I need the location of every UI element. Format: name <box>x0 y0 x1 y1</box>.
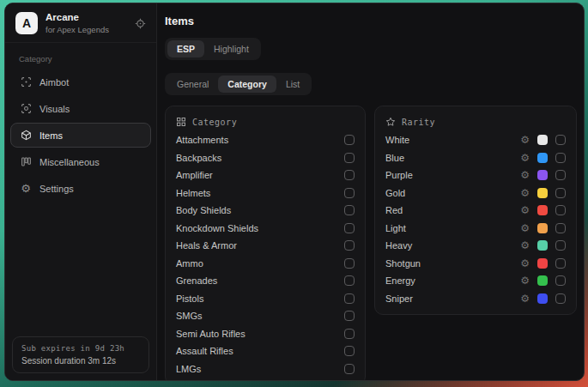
app-window: A Arcane for Apex Legends Category <box>4 3 585 381</box>
rarity-list: White ⚙ Blue ⚙ <box>385 131 566 307</box>
rarity-checkbox[interactable] <box>555 275 566 286</box>
sidebar-item-settings[interactable]: ⚙ Settings <box>10 176 151 201</box>
category-card-title: Category <box>192 118 237 127</box>
rarity-row-controls: ⚙ <box>520 188 566 198</box>
gear-icon[interactable]: ⚙ <box>520 240 530 251</box>
brand-subtitle: for Apex Legends <box>45 25 109 34</box>
category-row-label: Pistols <box>176 293 344 304</box>
category-row-label: Body Shields <box>176 205 344 215</box>
rarity-checkbox[interactable] <box>555 170 566 180</box>
color-swatch[interactable] <box>537 275 548 286</box>
mode-esp-button[interactable]: ESP <box>167 40 204 57</box>
category-row-label: Attachments <box>176 135 344 145</box>
rarity-row: White ⚙ <box>385 131 566 149</box>
category-row: Grenades <box>176 272 355 290</box>
color-swatch[interactable] <box>537 240 548 251</box>
main-panel: Items ESP Highlight General Category Lis… <box>157 3 585 380</box>
color-swatch[interactable] <box>537 135 548 145</box>
rarity-checkbox[interactable] <box>555 205 566 215</box>
rarity-row: Shotgun ⚙ <box>385 255 566 273</box>
category-row: Semi Auto Rifles <box>176 325 355 343</box>
category-checkbox[interactable] <box>344 329 355 339</box>
category-checkbox[interactable] <box>344 364 355 374</box>
category-checkbox[interactable] <box>344 275 355 286</box>
rarity-row-controls: ⚙ <box>520 258 566 269</box>
category-row: Backpacks <box>176 149 355 167</box>
rarity-row-label: Shotgun <box>385 258 520 269</box>
gear-icon[interactable]: ⚙ <box>520 223 530 233</box>
gear-icon[interactable]: ⚙ <box>520 293 530 304</box>
rarity-row: Light ⚙ <box>385 220 566 238</box>
category-row: Amplifier <box>176 166 355 184</box>
color-swatch[interactable] <box>537 153 548 163</box>
category-checkbox[interactable] <box>344 153 355 163</box>
rarity-checkbox[interactable] <box>555 135 566 145</box>
rarity-row-label: Red <box>385 205 520 215</box>
gear-icon[interactable]: ⚙ <box>520 135 530 145</box>
category-checkbox[interactable] <box>344 205 355 215</box>
gear-icon[interactable]: ⚙ <box>520 275 530 286</box>
rarity-checkbox[interactable] <box>555 153 566 163</box>
category-row: Ammo <box>176 255 355 273</box>
category-checkbox[interactable] <box>344 293 355 304</box>
crosshair-icon <box>20 76 32 88</box>
color-swatch[interactable] <box>537 223 548 233</box>
columns-icon <box>20 156 32 167</box>
target-icon[interactable] <box>135 18 146 29</box>
category-row-label: Backpacks <box>176 153 344 163</box>
rarity-card-header: Rarity <box>385 112 566 131</box>
category-row-label: LMGs <box>176 364 344 374</box>
color-swatch[interactable] <box>537 188 548 198</box>
category-checkbox[interactable] <box>344 223 355 233</box>
rarity-checkbox[interactable] <box>555 240 566 251</box>
rarity-row-controls: ⚙ <box>520 293 566 304</box>
sidebar-item-visuals[interactable]: Visuals <box>10 96 151 121</box>
category-checkbox[interactable] <box>344 258 355 269</box>
sidebar-item-label: Items <box>39 130 63 141</box>
category-card-header: Category <box>176 112 355 131</box>
tab-list[interactable]: List <box>276 76 309 93</box>
gear-icon[interactable]: ⚙ <box>520 188 530 198</box>
color-swatch[interactable] <box>537 170 548 180</box>
category-row-label: Assault Rifles <box>176 346 344 356</box>
category-checkbox[interactable] <box>344 311 355 321</box>
category-row: Assault Rifles <box>176 342 355 360</box>
rarity-row-label: White <box>385 135 520 145</box>
category-checkbox[interactable] <box>344 170 355 180</box>
rarity-row: Heavy ⚙ <box>385 237 566 255</box>
gear-icon[interactable]: ⚙ <box>520 153 530 163</box>
color-swatch[interactable] <box>537 205 548 215</box>
gear-icon[interactable]: ⚙ <box>520 205 530 215</box>
rarity-checkbox[interactable] <box>555 188 566 198</box>
rarity-row-label: Energy <box>385 275 520 286</box>
sidebar-item-miscellaneous[interactable]: Miscellaneous <box>10 149 151 174</box>
category-checkbox[interactable] <box>344 346 355 356</box>
eye-icon <box>20 103 32 114</box>
category-checkbox[interactable] <box>344 188 355 198</box>
category-checkbox[interactable] <box>344 135 355 145</box>
brand-name: Arcane <box>45 12 109 24</box>
sidebar-item-items[interactable]: Items <box>10 123 151 148</box>
rarity-checkbox[interactable] <box>555 223 566 233</box>
tab-general[interactable]: General <box>167 76 218 93</box>
rarity-row-controls: ⚙ <box>520 275 566 286</box>
gear-icon[interactable]: ⚙ <box>520 170 530 180</box>
color-swatch[interactable] <box>537 293 548 304</box>
gear-icon: ⚙ <box>20 183 32 194</box>
category-row: SMGs <box>176 307 355 325</box>
rarity-checkbox[interactable] <box>555 293 566 304</box>
rarity-row-label: Heavy <box>385 240 520 251</box>
category-checkbox[interactable] <box>344 240 355 251</box>
category-row: Attachments <box>176 131 355 149</box>
mode-highlight-button[interactable]: Highlight <box>204 40 258 57</box>
sidebar-item-label: Aimbot <box>39 77 69 88</box>
sidebar-item-aimbot[interactable]: Aimbot <box>10 70 151 94</box>
sidebar-item-label: Settings <box>39 184 74 194</box>
rarity-row: Purple ⚙ <box>385 166 566 184</box>
rarity-card: Rarity White ⚙ Blue <box>374 106 577 315</box>
color-swatch[interactable] <box>537 258 548 269</box>
gear-icon[interactable]: ⚙ <box>520 258 530 269</box>
rarity-row-controls: ⚙ <box>520 223 566 233</box>
tab-category[interactable]: Category <box>218 76 276 93</box>
rarity-checkbox[interactable] <box>555 258 566 269</box>
